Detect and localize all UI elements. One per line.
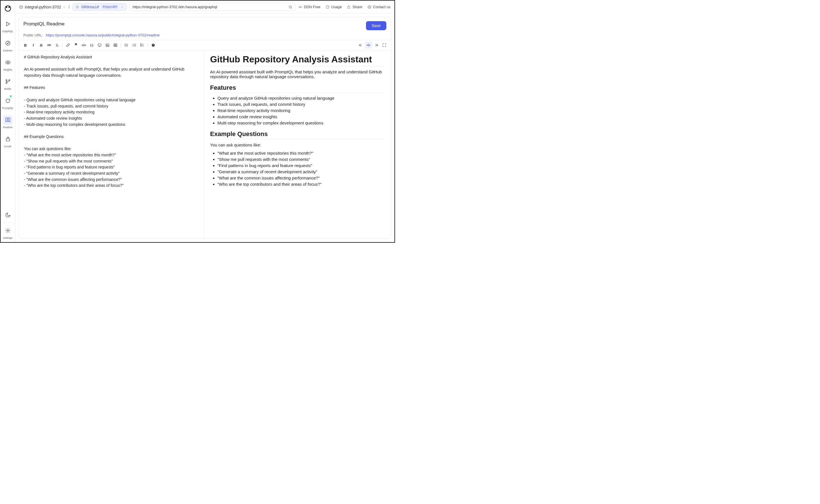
hasura-logo[interactable] <box>2 3 14 14</box>
view-preview-button[interactable] <box>373 41 380 49</box>
list-item: "Generate a summary of recent developmen… <box>218 169 385 174</box>
table-button[interactable] <box>112 41 119 49</box>
image-icon <box>106 43 109 47</box>
features-list: Query and analyze GitHub repositories us… <box>218 96 385 125</box>
lock-icon <box>5 136 11 142</box>
bold-button[interactable]: B <box>22 41 29 49</box>
view-split-button[interactable] <box>365 41 372 49</box>
preview-intro: An AI-powered assistant built with Promp… <box>210 69 385 79</box>
project-name: integral-python-3702 <box>25 5 61 9</box>
svg-point-8 <box>8 80 10 81</box>
comment-button[interactable] <box>96 41 103 49</box>
sparkle-icon <box>76 5 79 9</box>
checklist-button[interactable] <box>139 41 146 49</box>
link-icon <box>66 43 70 47</box>
help-icon: ? <box>151 43 155 47</box>
svg-text:3: 3 <box>133 46 133 47</box>
project-selector[interactable]: integral-python-3702 <box>19 5 65 9</box>
svg-rect-12 <box>290 6 292 8</box>
help-button[interactable]: ? <box>150 41 157 49</box>
save-button[interactable]: Save <box>366 21 386 30</box>
preview-h2-examples: Example Questions <box>210 130 385 139</box>
strike-button[interactable]: S <box>38 41 45 49</box>
support-icon <box>367 5 371 9</box>
meter-icon <box>326 5 330 9</box>
sidebar-item-label: Builds <box>4 87 11 90</box>
public-url-link[interactable]: https://promptql.console.hasura.io/publi… <box>46 33 159 37</box>
sidebar-item-label: Readme <box>3 126 12 129</box>
play-icon <box>5 21 11 27</box>
sidebar-item-label: Settings <box>3 236 12 239</box>
quote-button[interactable]: ❞ <box>72 41 80 49</box>
ol-icon: 123 <box>132 43 136 47</box>
sidebar-item-settings[interactable]: Settings <box>1 223 15 242</box>
list-item: "Show me pull requests with the most com… <box>218 157 385 162</box>
clear-icon <box>55 43 59 47</box>
clear-format-button[interactable] <box>53 41 61 49</box>
split-icon <box>366 43 371 47</box>
table-icon <box>113 43 117 47</box>
usage-link[interactable]: Usage <box>326 5 342 9</box>
status-dot <box>9 95 12 98</box>
collapse-left-icon <box>374 43 379 47</box>
list-item: Automated code review insights <box>218 114 385 119</box>
contact-link[interactable]: Contact us <box>367 5 391 9</box>
sidebar-item-promptql[interactable]: PromptQL <box>1 93 15 112</box>
graphql-url-field[interactable]: https://integral-python-3702.ddn.hasura.… <box>130 3 295 11</box>
sidebar-item-label: Insights <box>3 68 12 71</box>
sidebar-item-graphiql[interactable]: GraphiQL <box>1 16 15 36</box>
ul-button[interactable] <box>123 41 130 49</box>
sidebar-item-theme[interactable] <box>1 207 15 223</box>
api-chip: Project API <box>101 5 119 9</box>
svg-point-2 <box>9 7 10 8</box>
fullscreen-icon <box>382 43 387 47</box>
svg-point-4 <box>6 41 10 45</box>
list-item: "What are the most active repositories t… <box>218 151 385 155</box>
svg-point-24 <box>125 46 125 46</box>
sidebar-item-label: PromptQL <box>2 107 14 109</box>
svg-text:?: ? <box>153 44 154 46</box>
image-button[interactable] <box>104 41 111 49</box>
updown-icon <box>63 6 65 8</box>
build-id: 0969cba1df <box>81 5 99 9</box>
ol-button[interactable]: 123 <box>131 41 138 49</box>
topbar: integral-python-3702 / 0969cba1df Projec… <box>15 1 394 14</box>
markdown-editor[interactable]: # GitHub Repository Analysis Assistant A… <box>19 50 204 238</box>
italic-button[interactable]: I <box>30 41 37 49</box>
book-icon <box>5 117 11 123</box>
examples-list: "What are the most active repositories t… <box>218 151 385 187</box>
sidebar-item-explorer[interactable]: Explorer <box>1 36 15 55</box>
svg-point-0 <box>5 6 11 11</box>
svg-point-22 <box>125 44 125 44</box>
build-selector[interactable]: 0969cba1df Project API <box>73 3 127 10</box>
sidebar-item-readme[interactable]: Readme <box>1 112 15 132</box>
hr-button[interactable]: HR <box>45 41 53 49</box>
svg-point-7 <box>6 80 7 81</box>
moon-icon <box>5 212 11 218</box>
list-item: Query and analyze GitHub repositories us… <box>218 96 385 100</box>
fullscreen-button[interactable] <box>381 41 388 49</box>
cube-icon <box>19 5 23 9</box>
public-url-label: Public URL: <box>23 33 43 37</box>
view-editor-button[interactable] <box>357 41 364 49</box>
list-item: Real-time repository activity monitoring <box>218 108 385 113</box>
preview-h1: GitHub Repository Analysis Assistant <box>210 54 385 66</box>
svg-rect-13 <box>289 6 291 8</box>
page-title: PromptQL Readme <box>23 21 65 27</box>
link-button[interactable] <box>64 41 72 49</box>
svg-marker-5 <box>7 43 8 44</box>
sidebar-item-insights[interactable]: Insights <box>1 55 15 74</box>
compass-icon <box>5 40 11 46</box>
chat-icon <box>5 98 11 104</box>
codeblock-button[interactable]: {·} <box>88 41 95 49</box>
infinity-icon <box>298 5 302 9</box>
plan-link[interactable]: DDN Free <box>298 5 321 9</box>
svg-rect-15 <box>348 6 350 8</box>
sidebar-item-oauth[interactable]: OAuth <box>1 132 15 151</box>
sidebar-item-label: Explorer <box>3 49 13 52</box>
svg-point-1 <box>6 7 7 8</box>
code-button[interactable]: </> <box>80 41 87 49</box>
copy-icon[interactable] <box>288 5 292 9</box>
share-link[interactable]: Share <box>347 5 362 9</box>
sidebar-item-builds[interactable]: Builds <box>1 74 15 93</box>
